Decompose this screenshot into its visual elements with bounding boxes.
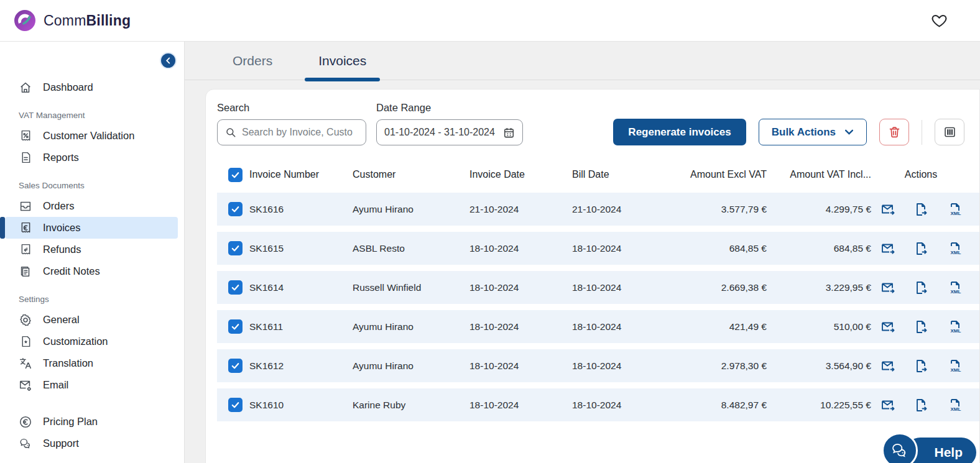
cell-invoice-number: SK1616 bbox=[249, 204, 353, 215]
export-document-icon bbox=[913, 202, 928, 217]
export-xml-button[interactable]: XML bbox=[946, 359, 961, 374]
export-document-icon bbox=[913, 319, 928, 334]
export-document-button[interactable] bbox=[913, 319, 928, 334]
column-header-bill-date[interactable]: Bill Date bbox=[572, 169, 675, 180]
column-header-invoice-date[interactable]: Invoice Date bbox=[469, 169, 572, 180]
table-header-row: Invoice NumberCustomerInvoice DateBill D… bbox=[217, 157, 979, 193]
cell-invoice-date: 18-10-2024 bbox=[469, 243, 572, 254]
main-content: Orders Invoices Search Date Range bbox=[185, 42, 980, 463]
sidebar-item-dashboard[interactable]: Dashboard bbox=[5, 76, 178, 98]
search-icon bbox=[225, 127, 236, 138]
send-email-icon bbox=[881, 398, 895, 413]
sidebar-item-email[interactable]: Email bbox=[5, 374, 178, 396]
sidebar-item-refunds[interactable]: Refunds bbox=[5, 239, 178, 260]
search-input[interactable] bbox=[242, 127, 358, 138]
sidebar-collapse-button[interactable] bbox=[160, 52, 177, 69]
export-document-icon bbox=[913, 241, 928, 256]
sidebar-item-customer-validation[interactable]: Customer Validation bbox=[5, 125, 178, 147]
sidebar-item-label: General bbox=[43, 314, 80, 326]
svg-text:XML: XML bbox=[951, 328, 961, 334]
export-xml-icon: XML bbox=[946, 202, 961, 217]
sidebar-item-general[interactable]: General bbox=[5, 309, 178, 331]
export-xml-button[interactable]: XML bbox=[946, 398, 961, 413]
export-document-button[interactable] bbox=[913, 359, 928, 374]
chat-bubbles-icon bbox=[882, 433, 918, 463]
search-input-box[interactable] bbox=[217, 119, 366, 145]
sidebar-item-translation[interactable]: Translation bbox=[5, 352, 178, 374]
export-document-button[interactable] bbox=[913, 398, 928, 413]
delete-button[interactable] bbox=[879, 119, 909, 145]
export-document-button[interactable] bbox=[913, 280, 928, 295]
send-email-button[interactable] bbox=[881, 359, 895, 374]
column-settings-button[interactable] bbox=[935, 119, 964, 145]
table-row: SK1610Karine Ruby18-10-202418-10-20248.4… bbox=[217, 388, 979, 421]
sidebar-item-credit-notes[interactable]: Credit Notes bbox=[5, 260, 178, 282]
cell-amount-vat-incl: 10.225,55 € bbox=[767, 400, 871, 411]
sidebar-item-label: Orders bbox=[43, 200, 74, 212]
export-document-button[interactable] bbox=[913, 202, 928, 217]
date-range-label: Date Range bbox=[376, 102, 523, 114]
row-checkbox[interactable] bbox=[228, 398, 243, 412]
column-header-actions[interactable]: Actions bbox=[871, 169, 971, 180]
mail-gear-icon bbox=[19, 378, 32, 392]
send-email-button[interactable] bbox=[881, 398, 895, 413]
row-checkbox[interactable] bbox=[228, 202, 243, 216]
sidebar-item-invoices[interactable]: Invoices bbox=[5, 217, 178, 239]
row-checkbox[interactable] bbox=[228, 241, 243, 255]
column-header-customer[interactable]: Customer bbox=[353, 169, 469, 180]
date-range-field: Date Range 01-10-2024 - 31-10-2024 bbox=[376, 102, 523, 145]
send-email-button[interactable] bbox=[881, 280, 895, 295]
svg-text:XML: XML bbox=[951, 367, 961, 373]
row-checkbox[interactable] bbox=[228, 319, 243, 334]
date-range-picker[interactable]: 01-10-2024 - 31-10-2024 bbox=[376, 119, 523, 145]
home-icon bbox=[19, 81, 32, 94]
bulk-actions-dropdown[interactable]: Bulk Actions bbox=[759, 119, 867, 145]
sidebar-item-support[interactable]: Support bbox=[5, 433, 178, 454]
column-header-invoice-number[interactable]: Invoice Number bbox=[249, 169, 353, 180]
cell-customer: ASBL Resto bbox=[353, 243, 469, 254]
sidebar-item-orders[interactable]: Orders bbox=[5, 195, 178, 217]
sidebar-item-pricing-plan[interactable]: Pricing Plan bbox=[5, 411, 178, 433]
export-document-button[interactable] bbox=[913, 241, 928, 256]
export-xml-button[interactable]: XML bbox=[946, 241, 961, 256]
cell-invoice-number: SK1615 bbox=[249, 243, 353, 254]
document-icon bbox=[19, 151, 32, 165]
calendar-icon bbox=[503, 127, 515, 139]
cell-amount-vat-incl: 510,00 € bbox=[767, 321, 871, 332]
row-checkbox[interactable] bbox=[228, 359, 243, 373]
svg-text:XML: XML bbox=[951, 289, 961, 295]
export-xml-button[interactable]: XML bbox=[946, 280, 961, 295]
sidebar-item-customization[interactable]: Customization bbox=[5, 331, 178, 352]
search-field: Search bbox=[217, 102, 376, 145]
sidebar-item-label: Customization bbox=[43, 336, 108, 347]
sidebar: DashboardVAT ManagementCustomer Validati… bbox=[0, 42, 185, 463]
tab-orders[interactable]: Orders bbox=[225, 42, 280, 80]
euro-circle-icon bbox=[19, 415, 32, 429]
favorites-heart-icon[interactable] bbox=[931, 12, 948, 29]
export-document-icon bbox=[913, 359, 928, 374]
svg-text:XML: XML bbox=[951, 211, 961, 216]
send-email-button[interactable] bbox=[881, 319, 895, 334]
regenerate-invoices-button[interactable]: Regenerate invoices bbox=[613, 119, 746, 145]
row-checkbox[interactable] bbox=[228, 280, 243, 295]
invoice-euro-icon bbox=[19, 221, 32, 235]
column-header-amount-excl-vat[interactable]: Amount Excl VAT bbox=[675, 169, 767, 180]
cell-amount-vat-incl: 3.229,95 € bbox=[767, 282, 871, 293]
column-header-amount-vat-incl-[interactable]: Amount VAT Incl... bbox=[767, 169, 871, 180]
cell-invoice-number: SK1610 bbox=[249, 400, 353, 411]
send-email-button[interactable] bbox=[881, 202, 895, 217]
cell-amount-excl-vat: 421,49 € bbox=[675, 321, 767, 332]
export-xml-button[interactable]: XML bbox=[946, 319, 961, 334]
select-all-checkbox[interactable] bbox=[228, 168, 243, 182]
cell-bill-date: 18-10-2024 bbox=[572, 400, 675, 411]
cell-invoice-date: 21-10-2024 bbox=[469, 204, 572, 215]
cell-invoice-date: 18-10-2024 bbox=[469, 400, 572, 411]
send-email-icon bbox=[881, 241, 895, 256]
sidebar-item-reports[interactable]: Reports bbox=[5, 147, 178, 168]
invoices-panel: Search Date Range 01-10-2024 - 31-10-202… bbox=[205, 89, 980, 463]
send-email-button[interactable] bbox=[881, 241, 895, 256]
export-xml-button[interactable]: XML bbox=[946, 202, 961, 217]
send-email-icon bbox=[881, 202, 895, 217]
brand: CommBilling bbox=[12, 8, 131, 33]
tab-invoices[interactable]: Invoices bbox=[311, 42, 374, 80]
